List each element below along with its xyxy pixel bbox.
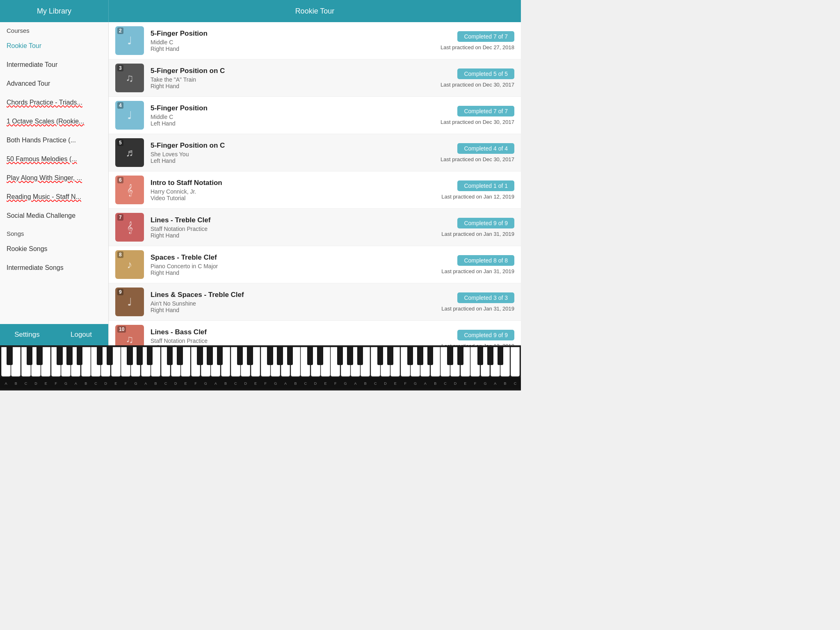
lesson-row[interactable]: 3 ♫ 5-Finger Position on C Take the "A" … [109, 59, 521, 97]
lesson-row[interactable]: 6 𝄞 Intro to Staff Notation Harry Connic… [109, 171, 521, 209]
note-label: D [450, 381, 460, 386]
lesson-subtitle2: Right Hand [151, 83, 432, 89]
black-key[interactable] [247, 345, 253, 365]
note-label: G [271, 381, 280, 386]
black-key[interactable] [417, 345, 423, 365]
black-key[interactable] [97, 345, 103, 365]
note-label: E [321, 381, 330, 386]
black-key[interactable] [387, 345, 393, 365]
sidebar-item-intermediate-tour[interactable]: Intermediate Tour [0, 55, 108, 74]
lesson-row[interactable]: 10 ♫ Lines - Bass Clef Staff Notation Pr… [109, 321, 521, 345]
sidebar-item-play-along[interactable]: Play Along With Singer, ... [0, 169, 108, 187]
sidebar-item-both-hands-practice[interactable]: Both Hands Practice (... [0, 131, 108, 150]
black-key[interactable] [357, 345, 363, 365]
lesson-status: Completed 7 of 7 Last practiced on Dec 2… [432, 31, 514, 50]
lesson-title: Spaces - Treble Clef [151, 253, 432, 262]
sidebar-item-advanced-tour[interactable]: Advanced Tour [0, 74, 108, 93]
lesson-thumbnail: 3 ♫ [115, 64, 144, 92]
lesson-row[interactable]: 4 ♩ 5-Finger Position Middle C Left Hand… [109, 97, 521, 134]
lesson-row[interactable]: 5 ♬ 5-Finger Position on C She Loves You… [109, 134, 521, 171]
black-key[interactable] [307, 345, 313, 365]
black-key[interactable] [407, 345, 413, 365]
black-key[interactable] [217, 345, 223, 365]
lesson-title: Lines - Treble Clef [151, 216, 432, 224]
note-label: C [441, 381, 450, 386]
note-label: E [390, 381, 400, 386]
sidebar-item-reading-music[interactable]: Reading Music - Staff N... [0, 187, 108, 206]
black-key[interactable] [237, 345, 243, 365]
logout-button[interactable]: Logout [54, 324, 108, 345]
black-key[interactable] [107, 345, 113, 365]
black-key[interactable] [77, 345, 83, 365]
black-key[interactable] [447, 345, 453, 365]
black-key[interactable] [457, 345, 463, 365]
sidebar-courses-list: Rookie TourIntermediate TourAdvanced Tou… [0, 37, 108, 225]
black-key[interactable] [337, 345, 343, 365]
sidebar-item-1-octave-scales[interactable]: 1 Octave Scales (Rookie... [0, 112, 108, 131]
white-key[interactable] [511, 347, 520, 377]
lesson-row[interactable]: 9 ♩ Lines & Spaces - Treble Clef Ain't N… [109, 283, 521, 321]
lesson-row[interactable]: 7 𝄞 Lines - Treble Clef Staff Notation P… [109, 209, 521, 246]
note-label: E [251, 381, 260, 386]
black-key[interactable] [197, 345, 203, 365]
black-key[interactable] [167, 345, 173, 365]
lessons-content[interactable]: 2 ♩ 5-Finger Position Middle C Right Han… [109, 22, 521, 345]
completion-badge: Completed 3 of 3 [457, 292, 514, 303]
main-layout: Courses Rookie TourIntermediate TourAdva… [0, 22, 521, 345]
black-key[interactable] [347, 345, 353, 365]
note-label: B [221, 381, 231, 386]
black-key[interactable] [37, 345, 43, 365]
lesson-status: Completed 1 of 1 Last practiced on Jan 1… [432, 180, 514, 200]
black-key[interactable] [498, 345, 504, 365]
lesson-title: 5-Finger Position [151, 104, 432, 112]
black-key[interactable] [147, 345, 153, 365]
black-key[interactable] [7, 345, 13, 365]
note-label: B [11, 381, 21, 386]
note-label: F [331, 381, 340, 386]
black-key[interactable] [127, 345, 133, 365]
white-key[interactable] [11, 347, 21, 377]
sidebar-item-social-media-challenge[interactable]: Social Media Challenge [0, 206, 108, 225]
lesson-thumbnail: 6 𝄞 [115, 176, 144, 204]
black-key[interactable] [57, 345, 63, 365]
lesson-subtitle1: Take the "A" Train [151, 76, 432, 83]
black-key[interactable] [317, 345, 323, 365]
completion-badge: Completed 4 of 4 [457, 143, 514, 154]
white-key[interactable] [41, 347, 50, 377]
piano-keyboard[interactable]: ABCDEFGABCDEFGABCDEFGABCDEFGABCDEFGABCDE… [0, 345, 521, 390]
note-label: C [231, 381, 240, 386]
settings-button[interactable]: Settings [0, 324, 54, 345]
black-key[interactable] [177, 345, 183, 365]
sidebar-item-intermediate-songs[interactable]: Intermediate Songs [0, 258, 108, 277]
note-label: D [381, 381, 390, 386]
lesson-info: Lines - Bass Clef Staff Notation Practic… [151, 328, 432, 346]
black-key[interactable] [137, 345, 143, 365]
sidebar-item-rookie-songs[interactable]: Rookie Songs [0, 240, 108, 258]
black-key[interactable] [267, 345, 273, 365]
black-key[interactable] [207, 345, 213, 365]
sidebar-item-50-famous-melodies[interactable]: 50 Famous Melodies (... [0, 150, 108, 169]
black-key[interactable] [277, 345, 283, 365]
black-key[interactable] [66, 345, 73, 365]
black-key[interactable] [427, 345, 434, 365]
last-practiced-date: Last practiced on Dec 30, 2017 [432, 82, 514, 88]
lesson-subtitle2: Left Hand [151, 158, 432, 164]
note-label: D [311, 381, 320, 386]
note-label: C [301, 381, 310, 386]
header-right: Rookie Tour [109, 0, 521, 22]
library-title: My Library [37, 7, 71, 16]
sidebar-item-chords-practice[interactable]: Chords Practice - Triads... [0, 93, 108, 112]
last-practiced-date: Last practiced on Jan 31, 2019 [432, 306, 514, 312]
lesson-row[interactable]: 2 ♩ 5-Finger Position Middle C Right Han… [109, 22, 521, 59]
black-key[interactable] [377, 345, 383, 365]
lesson-row[interactable]: 8 ♪ Spaces - Treble Clef Piano Concerto … [109, 246, 521, 283]
lesson-subtitle2: Left Hand [151, 120, 432, 127]
black-key[interactable] [287, 345, 293, 365]
black-key[interactable] [487, 345, 493, 365]
piano-white-keys[interactable] [0, 345, 521, 377]
sidebar-item-rookie-tour[interactable]: Rookie Tour [0, 37, 108, 55]
lesson-info: Lines & Spaces - Treble Clef Ain't No Su… [151, 291, 432, 313]
white-key[interactable] [81, 347, 91, 377]
black-key[interactable] [27, 345, 33, 365]
black-key[interactable] [477, 345, 484, 365]
